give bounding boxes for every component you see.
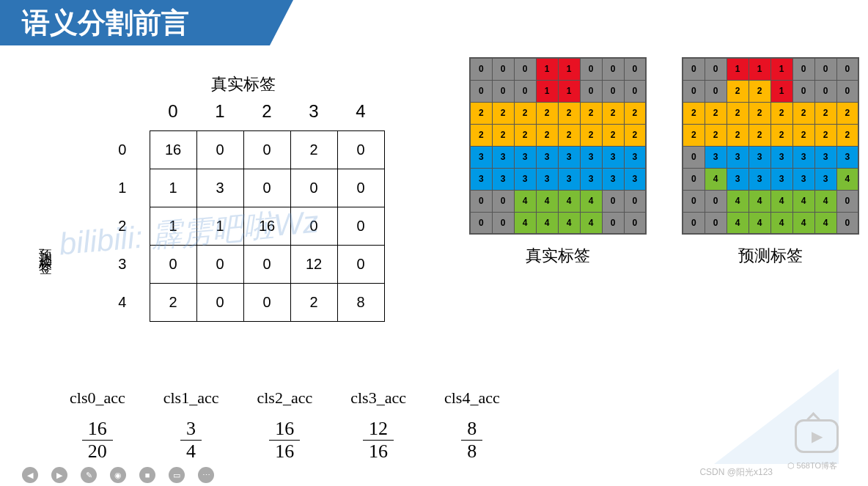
cell: 0 <box>337 130 384 169</box>
seg-cell: 0 <box>624 58 646 80</box>
seg-cell: 0 <box>792 58 814 80</box>
seg-cell: 3 <box>749 146 770 168</box>
seg-cell: 3 <box>792 168 814 190</box>
seg-cell: 4 <box>836 168 858 190</box>
seg-cell: 2 <box>514 124 536 146</box>
cell: 0 <box>337 245 384 283</box>
seg-cell: 0 <box>705 58 727 80</box>
seg-cell: 0 <box>814 58 836 80</box>
prev-icon[interactable]: ◀ <box>22 467 38 483</box>
seg-cell: 3 <box>770 146 792 168</box>
seg-cell: 2 <box>624 102 646 124</box>
seg-cell: 3 <box>492 146 514 168</box>
seg-cell: 2 <box>492 102 514 124</box>
col-head: 4 <box>337 92 384 130</box>
col-head: 1 <box>196 92 243 130</box>
frac-den: 16 <box>363 441 394 463</box>
seg-cell: 0 <box>836 58 858 80</box>
seg-cell: 3 <box>727 146 749 168</box>
cell: 0 <box>243 283 290 321</box>
seg-cell: 4 <box>514 190 536 212</box>
seg-cell: 3 <box>749 168 770 190</box>
col-head: 2 <box>243 92 290 130</box>
seg-cell: 4 <box>536 212 558 234</box>
more-icon[interactable]: ⋯ <box>198 467 214 483</box>
seg-cell: 2 <box>749 80 770 102</box>
pred-label-grid: 0011100000221000222222222222222203333333… <box>682 57 859 267</box>
cell: 3 <box>196 169 243 207</box>
acc-item: cls1_acc34 <box>163 389 219 463</box>
seg-cell: 2 <box>536 124 558 146</box>
frac-num: 12 <box>363 418 394 441</box>
frac-num: 16 <box>82 418 113 441</box>
frac-den: 16 <box>269 441 300 463</box>
cell: 0 <box>337 169 384 207</box>
cell: 0 <box>243 245 290 283</box>
seg-cell: 2 <box>580 124 602 146</box>
seg-cell: 1 <box>770 80 792 102</box>
comment-icon[interactable]: ▭ <box>169 467 185 483</box>
seg-cell: 4 <box>814 190 836 212</box>
seg-cell: 0 <box>492 80 514 102</box>
seg-cell: 4 <box>814 212 836 234</box>
accuracy-row: cls0_acc1620 cls1_acc34 cls2_acc1616 cls… <box>70 389 500 463</box>
seg-cell: 4 <box>580 212 602 234</box>
acc-name: cls0_acc <box>70 389 125 408</box>
seg-cell: 0 <box>705 190 727 212</box>
seg-cell: 0 <box>602 58 624 80</box>
seg-cell: 3 <box>492 168 514 190</box>
acc-name: cls3_acc <box>350 389 406 408</box>
small-logo: ⬡ 568TO博客 <box>787 460 838 471</box>
cell: 1 <box>150 169 196 207</box>
seg-cell: 0 <box>836 80 858 102</box>
seg-cell: 1 <box>558 58 580 80</box>
acc-item: cls0_acc1620 <box>70 389 125 463</box>
seg-cell: 1 <box>749 58 770 80</box>
seg-cell: 2 <box>580 102 602 124</box>
frac-den: 20 <box>82 441 113 463</box>
grid-caption-true: 真实标签 <box>469 245 647 267</box>
seg-cell: 4 <box>536 190 558 212</box>
seg-cell: 1 <box>536 58 558 80</box>
seg-cell: 2 <box>470 124 492 146</box>
frac-num: 3 <box>180 418 202 441</box>
seg-cell: 3 <box>792 146 814 168</box>
seg-cell: 4 <box>558 190 580 212</box>
seg-cell: 0 <box>792 80 814 102</box>
seg-cell: 2 <box>536 102 558 124</box>
seg-cell: 0 <box>602 190 624 212</box>
seg-cell: 0 <box>683 190 705 212</box>
target-icon[interactable]: ◉ <box>110 467 126 483</box>
seg-cell: 0 <box>492 58 514 80</box>
seg-cell: 2 <box>602 124 624 146</box>
seg-cell: 3 <box>536 168 558 190</box>
seg-cell: 2 <box>814 102 836 124</box>
camera-icon[interactable]: ■ <box>139 467 155 483</box>
col-head: 0 <box>150 92 196 130</box>
seg-cell: 3 <box>602 146 624 168</box>
seg-cell: 0 <box>814 80 836 102</box>
seg-cell: 4 <box>749 212 770 234</box>
seg-cell: 0 <box>705 212 727 234</box>
seg-cell: 2 <box>836 124 858 146</box>
seg-cell: 0 <box>470 190 492 212</box>
seg-cell: 0 <box>514 80 536 102</box>
pen-icon[interactable]: ✎ <box>81 467 97 483</box>
seg-cell: 4 <box>770 190 792 212</box>
seg-cell: 3 <box>836 146 858 168</box>
seg-cell: 0 <box>683 168 705 190</box>
seg-cell: 0 <box>580 80 602 102</box>
seg-cell: 0 <box>602 80 624 102</box>
seg-cell: 3 <box>558 168 580 190</box>
seg-cell: 3 <box>580 146 602 168</box>
seg-cell: 3 <box>580 168 602 190</box>
next-icon[interactable]: ▶ <box>51 467 67 483</box>
seg-cell: 0 <box>492 212 514 234</box>
seg-cell: 0 <box>470 80 492 102</box>
cell: 2 <box>290 130 337 169</box>
seg-cell: 2 <box>705 102 727 124</box>
grid-caption-pred: 预测标签 <box>682 245 859 267</box>
seg-cell: 4 <box>792 212 814 234</box>
acc-item: cls3_acc1216 <box>350 389 406 463</box>
seg-cell: 2 <box>770 102 792 124</box>
